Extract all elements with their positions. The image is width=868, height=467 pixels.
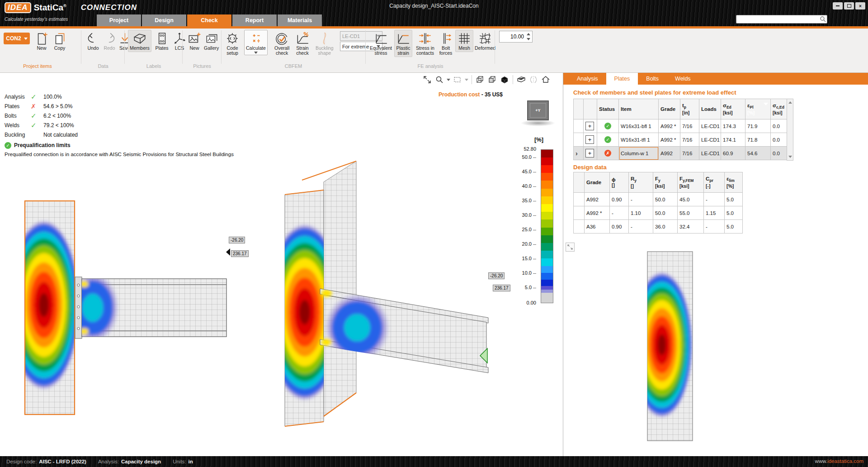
cell-fy: 36.0 [653, 220, 678, 234]
col-grade[interactable]: Grade [659, 99, 680, 119]
chevron-down-icon[interactable] [447, 79, 450, 81]
group-divider [495, 30, 495, 64]
tab-materials[interactable]: Materials [278, 14, 322, 26]
home-view-button[interactable] [541, 75, 551, 85]
zoom-tool-button[interactable] [434, 75, 444, 85]
chevron-down-icon [24, 38, 28, 40]
deformed-button[interactable]: Deformed [473, 30, 497, 52]
expand-row-button[interactable]: + [585, 135, 594, 144]
shaded-wireframe-button[interactable] [487, 75, 497, 85]
table-row[interactable]: A992 0.90 - 50.0 45.0 - 5.0 [574, 193, 743, 206]
connection-selector[interactable]: CON2 [4, 33, 30, 44]
tab-check[interactable]: Check [187, 14, 231, 26]
cell-grade: A992 * [659, 119, 680, 133]
select-tool-button[interactable] [453, 75, 462, 85]
new-picture-button[interactable]: New [185, 30, 203, 52]
section-view-button[interactable] [516, 75, 526, 85]
cell-fy-fem: 32.4 [678, 220, 704, 234]
close-button[interactable]: × [855, 2, 865, 10]
registered-mark: ® [63, 4, 66, 8]
group-divider [182, 30, 183, 64]
table-row[interactable]: + ✓ W16x31-tfl 1 A992 * 7/16 LE-CD1 174.… [574, 133, 793, 147]
legend-tick: 50.0 [522, 154, 532, 160]
summary-label: Bolts [5, 113, 31, 119]
tab-bolts[interactable]: Bolts [638, 73, 667, 85]
dimension-label: 236.17 [231, 250, 249, 257]
plates-button[interactable]: Plates [153, 30, 171, 52]
summary-row: Plates✗54.6 > 5.0% [5, 101, 234, 111]
strain-check-button[interactable]: Straincheck [293, 30, 311, 57]
table-scrollbar[interactable] [787, 99, 793, 161]
undo-button[interactable]: Undo [84, 30, 102, 52]
plate-result-viewport[interactable] [631, 245, 868, 453]
new-item-button[interactable]: New [33, 30, 51, 52]
scroll-up-icon[interactable] [788, 101, 792, 104]
maximize-button[interactable] [844, 2, 854, 10]
cell-grade: A992 * [659, 133, 680, 147]
prequalification-title: Prequalification limits [14, 142, 71, 148]
members-icon [132, 31, 147, 46]
mini-viewport-expand-button[interactable] [566, 243, 575, 252]
viewport-overlay: Production cost - 35 US$ +Y [%] 52.80 50… [0, 73, 563, 456]
col-loads[interactable]: Loads [699, 99, 721, 119]
table-row[interactable]: A36 0.90 - 36.0 32.4 - 5.0 [574, 220, 743, 234]
mesh-button[interactable]: Mesh [455, 30, 473, 52]
tab-analysis[interactable]: Analysis [569, 73, 606, 85]
tab-report[interactable]: Report [232, 14, 277, 26]
search-input[interactable] [737, 15, 820, 23]
overall-check-icon [275, 31, 289, 46]
table-row-selected[interactable]: › + ✗ Column-w 1 A992 7/16 LE-CD1 60.9 5… [574, 147, 793, 160]
table-row[interactable]: A992 * - 1.10 50.0 55.0 1.15 5.0 [574, 206, 743, 220]
col-eps-pl-sorted[interactable]: εPl[%] [745, 99, 771, 119]
deformed-scale-input[interactable] [500, 32, 525, 42]
expand-row-button[interactable]: + [585, 149, 594, 157]
website-link[interactable]: www.ideastatica.com [815, 458, 863, 464]
wireframe-view-button[interactable] [475, 75, 485, 85]
minimize-button[interactable] [833, 2, 843, 10]
viewport-toolbar [422, 75, 551, 85]
members-button[interactable]: Members [128, 30, 151, 52]
cell-grade: A992 * [585, 206, 610, 220]
copy-button[interactable]: Copy [51, 30, 69, 52]
pass-icon: ✓ [31, 93, 43, 101]
solid-view-button[interactable] [500, 75, 509, 85]
equivalent-stress-button[interactable]: Equivalentstress [368, 30, 394, 57]
table-row[interactable]: + ✓ W16x31-bfl 1 A992 * 7/16 LE-CD1 174.… [574, 119, 793, 133]
ribbon: CON2 New Copy Undo Redo Save Members Pla… [0, 29, 868, 73]
new-document-icon [34, 31, 49, 46]
sort-desc-icon [764, 103, 768, 105]
code-setup-button[interactable]: Codesetup [223, 30, 241, 57]
cell-loads: LE-CD1 [699, 119, 721, 133]
stress-in-contacts-button[interactable]: Stress incontacts [414, 30, 436, 57]
production-cost-label: Production cost [439, 91, 480, 98]
tab-project[interactable]: Project [97, 14, 141, 26]
section-marker-icon [226, 248, 230, 256]
tab-plates[interactable]: Plates [606, 73, 638, 85]
spin-up-icon[interactable] [527, 33, 530, 35]
chevron-down-icon[interactable] [465, 79, 468, 81]
tab-design[interactable]: Design [142, 14, 186, 26]
overall-check-button[interactable]: Overallcheck [273, 30, 291, 57]
expand-row-button[interactable]: + [585, 122, 594, 130]
view-cube[interactable]: +Y [527, 100, 549, 120]
col-sigma-ed[interactable]: σEd[ksi] [721, 99, 745, 119]
legend-tick: 30.0 [522, 212, 532, 218]
tab-welds[interactable]: Welds [667, 73, 699, 85]
close-icon: × [859, 4, 862, 9]
col-tp[interactable]: tp[in] [680, 99, 699, 119]
title-bar: Capacity design_AISC-Start.ideaCon × IDE… [0, 0, 868, 26]
cell-fy-fem: 45.0 [678, 193, 704, 206]
new-picture-icon [187, 31, 202, 46]
plastic-strain-button[interactable]: Plasticstrain [394, 30, 412, 57]
bolt-forces-button[interactable]: Boltforces [437, 30, 455, 57]
minimize-icon [836, 5, 840, 6]
gallery-button[interactable]: Gallery [202, 30, 221, 52]
cell-fy: 50.0 [653, 206, 678, 220]
fit-view-button[interactable] [422, 75, 432, 85]
spin-down-icon[interactable] [527, 38, 530, 40]
col-status[interactable]: Status [597, 99, 619, 119]
summary-value: 54.6 > 5.0% [43, 103, 234, 110]
col-item[interactable]: Item [619, 99, 659, 119]
scroll-down-icon[interactable] [788, 156, 792, 158]
calculate-button[interactable]: Calculate [244, 30, 268, 55]
